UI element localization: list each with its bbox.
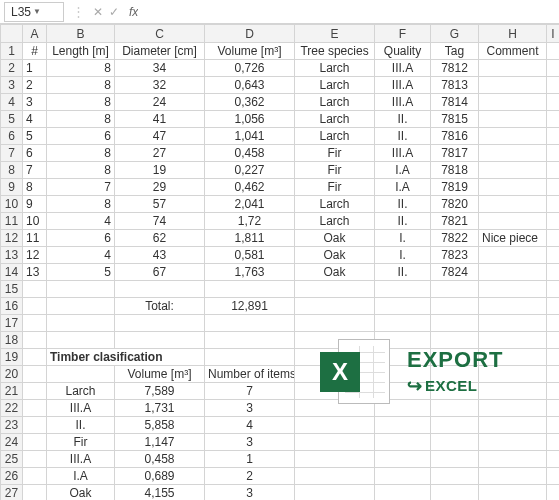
cell[interactable]: 1,811 <box>205 230 295 247</box>
cell[interactable]: 3 <box>23 94 47 111</box>
cell[interactable]: 7813 <box>431 77 479 94</box>
row-header[interactable]: 20 <box>1 366 23 383</box>
cell[interactable] <box>23 281 47 298</box>
cell[interactable] <box>295 434 375 451</box>
row-header[interactable]: 23 <box>1 417 23 434</box>
cell[interactable]: 41 <box>115 111 205 128</box>
cell[interactable]: 9 <box>23 196 47 213</box>
cell[interactable] <box>547 145 560 162</box>
cell[interactable] <box>375 366 431 383</box>
cell[interactable] <box>479 468 547 485</box>
cell[interactable]: Larch <box>295 77 375 94</box>
cell[interactable]: III.A <box>47 451 115 468</box>
row-header[interactable]: 7 <box>1 145 23 162</box>
cell[interactable]: 4 <box>47 213 115 230</box>
cell[interactable]: 1,147 <box>115 434 205 451</box>
cell[interactable]: 47 <box>115 128 205 145</box>
row-header[interactable]: 4 <box>1 94 23 111</box>
cell[interactable] <box>479 94 547 111</box>
cell[interactable]: I. <box>375 247 431 264</box>
col-header[interactable]: E <box>295 25 375 43</box>
cell[interactable]: 7818 <box>431 162 479 179</box>
cell[interactable] <box>547 485 560 501</box>
cell[interactable] <box>547 162 560 179</box>
cell[interactable]: 7819 <box>431 179 479 196</box>
cell[interactable]: Tree species <box>295 43 375 60</box>
cell[interactable] <box>479 281 547 298</box>
cell[interactable] <box>547 196 560 213</box>
col-header[interactable]: G <box>431 25 479 43</box>
cell[interactable]: 10 <box>23 213 47 230</box>
cell[interactable] <box>23 315 47 332</box>
cell[interactable]: 12,891 <box>205 298 295 315</box>
cell[interactable] <box>47 315 115 332</box>
cell[interactable]: Number of items <box>205 366 295 383</box>
cell[interactable] <box>205 315 295 332</box>
cell[interactable] <box>431 468 479 485</box>
cell[interactable]: Tag <box>431 43 479 60</box>
cell[interactable]: 0,362 <box>205 94 295 111</box>
cell[interactable] <box>479 366 547 383</box>
cell[interactable] <box>205 281 295 298</box>
cell[interactable]: 32 <box>115 77 205 94</box>
cell[interactable] <box>547 349 560 366</box>
cell[interactable]: 67 <box>115 264 205 281</box>
cell[interactable]: Volume [m³] <box>205 43 295 60</box>
cell[interactable]: 6 <box>23 145 47 162</box>
cell[interactable] <box>23 417 47 434</box>
row-header[interactable]: 24 <box>1 434 23 451</box>
row-header[interactable]: 16 <box>1 298 23 315</box>
cell[interactable]: 8 <box>47 77 115 94</box>
cell[interactable]: 0,462 <box>205 179 295 196</box>
cell[interactable] <box>295 468 375 485</box>
cell[interactable] <box>479 145 547 162</box>
cell[interactable] <box>479 128 547 145</box>
cell[interactable] <box>295 281 375 298</box>
cell[interactable] <box>295 315 375 332</box>
cell[interactable]: 0,458 <box>115 451 205 468</box>
cell[interactable] <box>547 298 560 315</box>
cell[interactable]: 1 <box>23 60 47 77</box>
cell[interactable]: 7817 <box>431 145 479 162</box>
cell[interactable]: 7823 <box>431 247 479 264</box>
cell[interactable]: 1,041 <box>205 128 295 145</box>
row-header[interactable]: 6 <box>1 128 23 145</box>
cell[interactable]: II. <box>375 264 431 281</box>
cell[interactable] <box>479 400 547 417</box>
cell[interactable]: Larch <box>295 94 375 111</box>
col-header[interactable]: H <box>479 25 547 43</box>
cell[interactable]: Oak <box>295 264 375 281</box>
row-header[interactable]: 27 <box>1 485 23 501</box>
row-header[interactable]: 17 <box>1 315 23 332</box>
cell[interactable] <box>295 349 375 366</box>
cell[interactable] <box>295 485 375 501</box>
cell[interactable]: 5 <box>23 128 47 145</box>
cell[interactable] <box>431 417 479 434</box>
cell[interactable] <box>479 451 547 468</box>
cell[interactable] <box>431 400 479 417</box>
row-header[interactable]: 25 <box>1 451 23 468</box>
cell[interactable]: 0,643 <box>205 77 295 94</box>
cell[interactable]: Nice piece <box>479 230 547 247</box>
cell[interactable] <box>431 451 479 468</box>
cell[interactable] <box>479 264 547 281</box>
cell[interactable] <box>547 77 560 94</box>
cell[interactable] <box>547 281 560 298</box>
cell[interactable]: 0,726 <box>205 60 295 77</box>
cell[interactable] <box>479 434 547 451</box>
cell[interactable] <box>479 77 547 94</box>
cell[interactable] <box>431 383 479 400</box>
row-header[interactable]: 8 <box>1 162 23 179</box>
cell[interactable] <box>547 128 560 145</box>
cell[interactable]: 8 <box>23 179 47 196</box>
cell[interactable] <box>479 179 547 196</box>
cell[interactable] <box>547 383 560 400</box>
row-header[interactable]: 15 <box>1 281 23 298</box>
name-box[interactable]: L35 ▼ <box>4 2 64 22</box>
cell[interactable] <box>547 247 560 264</box>
cell[interactable] <box>23 451 47 468</box>
cell[interactable] <box>23 400 47 417</box>
cell[interactable]: 6 <box>47 128 115 145</box>
row-header[interactable]: 5 <box>1 111 23 128</box>
cell[interactable]: 62 <box>115 230 205 247</box>
